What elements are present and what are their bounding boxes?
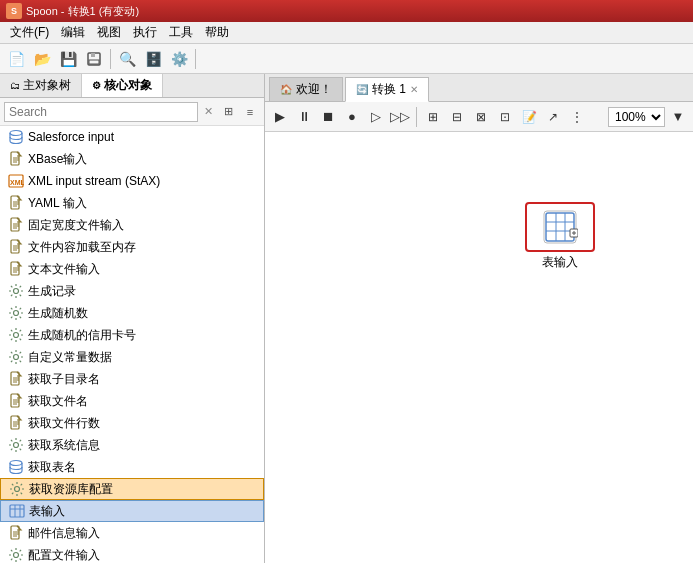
tree-item-14[interactable]: 获取文件行数 (0, 412, 264, 434)
tree-item-1[interactable]: Salesforce input (0, 126, 264, 148)
play-button[interactable]: ▶ (269, 106, 291, 128)
pause-button[interactable]: ⏸ (293, 106, 315, 128)
snap-button[interactable]: ⊟ (446, 106, 468, 128)
svg-point-53 (14, 553, 19, 558)
preview-button[interactable]: ● (341, 106, 363, 128)
menu-help[interactable]: 帮助 (199, 22, 235, 43)
title-text: Spoon - 转换1 (有变动) (26, 4, 139, 19)
menu-tools[interactable]: 工具 (163, 22, 199, 43)
menu-edit[interactable]: 编辑 (55, 22, 91, 43)
tree-item-10[interactable]: 生成随机的信用卡号 (0, 324, 264, 346)
hop-button[interactable]: ↗ (542, 106, 564, 128)
tab-main-objects[interactable]: 🗂 主对象树 (0, 74, 82, 97)
file-icon (8, 239, 24, 255)
welcome-tab[interactable]: 🏠 欢迎！ (269, 77, 343, 101)
lock-button[interactable]: ⊠ (470, 106, 492, 128)
svg-point-29 (14, 355, 19, 360)
table-node-icon (542, 209, 578, 245)
xml-icon: XML (8, 173, 24, 189)
tree-item-label: 文件内容加载至内存 (28, 239, 136, 256)
tree-item-17[interactable]: 获取资源库配置 (0, 478, 264, 500)
tree-item-label: 配置文件输入 (28, 547, 100, 564)
tree-item-19[interactable]: 邮件信息输入 (0, 522, 264, 544)
gear-icon (8, 327, 24, 343)
close-tab-icon[interactable]: ✕ (410, 84, 418, 95)
tree-item-18[interactable]: 表输入 (0, 500, 264, 522)
svg-text:XML: XML (10, 179, 24, 186)
tree-item-label: 获取文件名 (28, 393, 88, 410)
tree-item-label: YAML 输入 (28, 195, 87, 212)
tree-item-13[interactable]: 获取文件名 (0, 390, 264, 412)
menu-view[interactable]: 视图 (91, 22, 127, 43)
tree-item-5[interactable]: 固定宽度文件输入 (0, 214, 264, 236)
grid-button[interactable]: ⊡ (494, 106, 516, 128)
search-layout-button[interactable]: ≡ (240, 102, 260, 122)
svg-point-3 (10, 131, 22, 136)
stop-button[interactable]: ⏹ (317, 106, 339, 128)
title-bar: S Spoon - 转换1 (有变动) (0, 0, 693, 22)
gear-icon (8, 283, 24, 299)
new-button[interactable]: 📄 (4, 47, 28, 71)
separator-2 (195, 49, 196, 69)
svg-rect-2 (89, 60, 99, 64)
explore-button[interactable]: 🔍 (115, 47, 139, 71)
menu-run[interactable]: 执行 (127, 22, 163, 43)
canvas-node-box (525, 202, 595, 252)
db-icon (8, 129, 24, 145)
align-button[interactable]: ⊞ (422, 106, 444, 128)
settings-button[interactable]: ⚙️ (167, 47, 191, 71)
zoom-selector[interactable]: 50%75%100%150%200% (608, 107, 665, 127)
menu-file[interactable]: 文件(F) (4, 22, 55, 43)
canvas-toolbar: ▶ ⏸ ⏹ ● ▷ ▷▷ ⊞ ⊟ ⊠ ⊡ 📝 ↗ ⋮ 50%75%100%150… (265, 102, 693, 132)
tree-item-20[interactable]: 配置文件输入 (0, 544, 264, 563)
svg-point-42 (14, 443, 19, 448)
table-icon (9, 503, 25, 519)
transform-tab[interactable]: 🔄 转换 1 ✕ (345, 77, 429, 102)
search-clear-button[interactable]: ✕ (200, 104, 216, 120)
canvas-node-label: 表输入 (542, 254, 578, 271)
tree-item-label: 文本文件输入 (28, 261, 100, 278)
tree-item-7[interactable]: 文本文件输入 (0, 258, 264, 280)
tree-item-15[interactable]: 获取系统信息 (0, 434, 264, 456)
tree-item-label: 固定宽度文件输入 (28, 217, 124, 234)
tree-item-4[interactable]: YAML 输入 (0, 192, 264, 214)
svg-point-44 (15, 487, 20, 492)
tree-item-12[interactable]: 获取子目录名 (0, 368, 264, 390)
step-button[interactable]: ▷ (365, 106, 387, 128)
svg-point-27 (14, 311, 19, 316)
svg-rect-54 (544, 211, 576, 243)
tree-item-label: 获取系统信息 (28, 437, 100, 454)
canvas-area[interactable]: 表输入 (265, 132, 693, 563)
notes-button[interactable]: 📝 (518, 106, 540, 128)
search-input[interactable] (4, 102, 198, 122)
tree-item-8[interactable]: 生成记录 (0, 280, 264, 302)
open-button[interactable]: 📂 (30, 47, 54, 71)
extra-button[interactable]: ⋮ (566, 106, 588, 128)
tree-item-16[interactable]: 获取表名 (0, 456, 264, 478)
left-panel: 🗂 主对象树 ⚙ 核心对象 ✕ ⊞ ≡ Salesforce inputXBas… (0, 74, 265, 563)
panel-tabs: 🗂 主对象树 ⚙ 核心对象 (0, 74, 264, 98)
zoom-dropdown-button[interactable]: ▼ (667, 106, 689, 128)
tree-item-11[interactable]: 自定义常量数据 (0, 346, 264, 368)
canvas-separator (416, 107, 417, 127)
save-as-button[interactable] (82, 47, 106, 71)
db-button[interactable]: 🗄️ (141, 47, 165, 71)
tree-item-6[interactable]: 文件内容加载至内存 (0, 236, 264, 258)
tree-item-label: 获取文件行数 (28, 415, 100, 432)
file-icon (8, 371, 24, 387)
tab-core-objects[interactable]: ⚙ 核心对象 (82, 74, 163, 97)
tree-item-2[interactable]: XBase输入 (0, 148, 264, 170)
step-all-button[interactable]: ▷▷ (389, 106, 411, 128)
app-icon: S (6, 3, 22, 19)
db-icon (8, 459, 24, 475)
search-options-button[interactable]: ⊞ (218, 102, 238, 122)
canvas-node-table-input[interactable]: 表输入 (525, 202, 595, 271)
gear-icon (8, 437, 24, 453)
tree-item-9[interactable]: 生成随机数 (0, 302, 264, 324)
save-button[interactable]: 💾 (56, 47, 80, 71)
svg-rect-1 (91, 53, 95, 57)
tree-item-label: 获取表名 (28, 459, 76, 476)
search-bar: ✕ ⊞ ≡ (0, 98, 264, 126)
tree-item-3[interactable]: XMLXML input stream (StAX) (0, 170, 264, 192)
file-icon (8, 261, 24, 277)
